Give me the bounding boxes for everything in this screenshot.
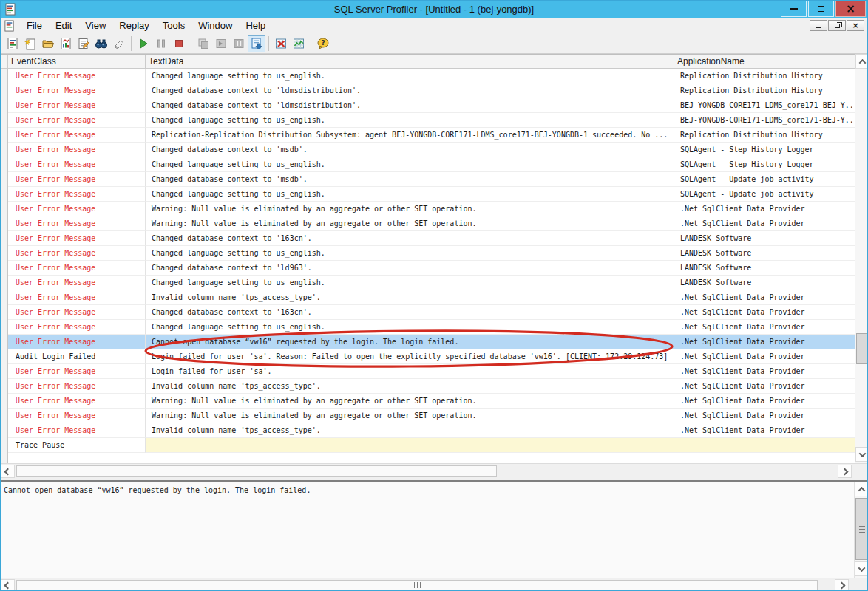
cell-eventclass[interactable]: User Error Message	[8, 409, 146, 423]
row-stub[interactable]	[1, 305, 8, 320]
table-row[interactable]: User Error Message Changed language sett…	[1, 187, 855, 202]
cell-textdata[interactable]: Changed language setting to us_english.	[146, 69, 674, 83]
cell-applicationname[interactable]: LANDESK Software	[674, 261, 855, 276]
cell-applicationname[interactable]: BEJ-YONGDB-CORE171-LDMS_core171-BEJ-Y...	[674, 113, 855, 128]
cell-textdata[interactable]: Changed database context to 'ld963'.	[146, 261, 674, 276]
menu-help[interactable]: Help	[239, 18, 272, 33]
column-header-applicationname[interactable]: ApplicationName	[674, 55, 855, 68]
table-row[interactable]: User Error Message Warning: Null value i…	[1, 409, 855, 423]
table-row[interactable]: User Error Message Invalid column name '…	[1, 379, 855, 394]
cell-textdata[interactable]: Invalid column name 'tps_access_type'.	[146, 290, 674, 305]
cell-eventclass[interactable]: User Error Message	[8, 320, 146, 335]
table-row[interactable]: User Error Message Changed database cont…	[1, 231, 855, 246]
menu-replay[interactable]: Replay	[112, 18, 155, 33]
row-stub[interactable]	[1, 290, 8, 305]
run-to-cursor-button[interactable]	[212, 35, 230, 52]
cell-applicationname[interactable]: BEJ-YONGDB-CORE171-LDMS_core171-BEJ-Y...	[674, 98, 855, 113]
scroll-right-button[interactable]	[835, 579, 849, 591]
clear-trace-button[interactable]	[110, 35, 128, 52]
table-row[interactable]: User Error Message Login failed for user…	[1, 364, 855, 379]
minimize-button[interactable]	[781, 1, 807, 17]
cell-eventclass[interactable]: User Error Message	[8, 128, 146, 143]
cell-textdata[interactable]	[146, 438, 674, 453]
menu-tools[interactable]: Tools	[156, 18, 191, 33]
cell-applicationname[interactable]: .Net SqlClient Data Provider	[674, 335, 855, 349]
step-button[interactable]	[194, 35, 212, 52]
table-row[interactable]: User Error Message Changed language sett…	[1, 69, 855, 83]
open-trace-button[interactable]	[39, 35, 57, 52]
table-row[interactable]: User Error Message Warning: Null value i…	[1, 202, 855, 216]
cell-eventclass[interactable]: User Error Message	[8, 394, 146, 409]
table-row[interactable]: User Error Message Changed database cont…	[1, 172, 855, 187]
cell-applicationname[interactable]: Replication Distribution History	[674, 128, 855, 143]
cell-textdata[interactable]: Changed language setting to us_english.	[146, 320, 674, 335]
cell-eventclass[interactable]: User Error Message	[8, 143, 146, 157]
close-button[interactable]: ×	[835, 1, 866, 17]
cell-eventclass[interactable]: User Error Message	[8, 113, 146, 128]
cell-eventclass[interactable]: User Error Message	[8, 157, 146, 172]
cell-textdata[interactable]: Changed database context to 'ldmsdistrib…	[146, 98, 674, 113]
table-row[interactable]: User Error Message Changed language sett…	[1, 320, 855, 335]
detail-vscroll-thumb[interactable]	[855, 498, 868, 560]
cell-applicationname[interactable]: SQLAgent - Step History Logger	[674, 143, 855, 157]
row-stub[interactable]	[1, 261, 8, 276]
cell-applicationname[interactable]: .Net SqlClient Data Provider	[674, 364, 855, 379]
row-stub[interactable]	[1, 216, 8, 231]
cell-textdata[interactable]: Login failed for user 'sa'.	[146, 364, 674, 379]
new-trace-button[interactable]	[4, 35, 21, 52]
cell-applicationname[interactable]: .Net SqlClient Data Provider	[674, 290, 855, 305]
row-stub[interactable]	[1, 187, 8, 202]
grid-horizontal-scrollbar[interactable]	[1, 463, 868, 478]
grid-vscroll-thumb[interactable]	[856, 333, 868, 364]
cell-textdata[interactable]: Warning: Null value is eliminated by an …	[146, 202, 674, 216]
table-row[interactable]: User Error Message Warning: Null value i…	[1, 394, 855, 409]
row-stub[interactable]	[1, 128, 8, 143]
row-stub[interactable]	[1, 364, 8, 379]
scroll-down-button[interactable]	[855, 561, 868, 576]
row-stub[interactable]	[1, 157, 8, 172]
table-row[interactable]: User Error Message Changed database cont…	[1, 83, 855, 98]
cell-applicationname[interactable]: LANDESK Software	[674, 276, 855, 290]
cell-eventclass[interactable]: User Error Message	[8, 69, 146, 83]
scroll-right-button[interactable]	[838, 465, 852, 478]
scroll-up-button[interactable]	[855, 54, 868, 69]
cell-textdata[interactable]: Changed language setting to us_english.	[146, 187, 674, 202]
row-stub[interactable]	[1, 438, 8, 453]
cell-textdata[interactable]: Changed language setting to us_english.	[146, 276, 674, 290]
cell-applicationname[interactable]: .Net SqlClient Data Provider	[674, 216, 855, 231]
cell-textdata[interactable]: Warning: Null value is eliminated by an …	[146, 409, 674, 423]
cell-eventclass[interactable]: User Error Message	[8, 172, 146, 187]
cell-applicationname[interactable]: .Net SqlClient Data Provider	[674, 379, 855, 394]
row-stub[interactable]	[1, 172, 8, 187]
detail-horizontal-scrollbar[interactable]	[1, 578, 868, 591]
table-row[interactable]: User Error Message Invalid column name '…	[1, 290, 855, 305]
table-row[interactable]: User Error Message Changed language sett…	[1, 246, 855, 261]
cell-applicationname[interactable]	[674, 438, 855, 453]
row-stub[interactable]	[1, 69, 8, 83]
cell-textdata[interactable]: Changed database context to 'ldmsdistrib…	[146, 83, 674, 98]
row-stub[interactable]	[1, 379, 8, 394]
menu-file[interactable]: File	[20, 18, 49, 33]
detail-hscroll-thumb[interactable]	[16, 580, 818, 590]
scroll-left-button[interactable]	[1, 465, 15, 478]
row-stub[interactable]	[1, 246, 8, 261]
column-header-eventclass[interactable]: EventClass	[8, 55, 146, 68]
mdi-minimize-button[interactable]	[810, 20, 827, 31]
row-stub[interactable]	[1, 409, 8, 423]
cell-applicationname[interactable]: SQLAgent - Update job activity	[674, 187, 855, 202]
menu-edit[interactable]: Edit	[49, 18, 78, 33]
help-button[interactable]: ?	[314, 35, 332, 52]
cell-eventclass[interactable]: User Error Message	[8, 423, 146, 438]
cell-eventclass[interactable]: User Error Message	[8, 187, 146, 202]
cell-textdata[interactable]: Changed database context to 'msdb'.	[146, 143, 674, 157]
row-stub[interactable]	[1, 320, 8, 335]
scroll-up-button[interactable]	[855, 482, 868, 496]
row-stub[interactable]	[1, 231, 8, 246]
mdi-restore-button[interactable]	[828, 20, 846, 31]
table-row[interactable]: User Error Message Changed language sett…	[1, 276, 855, 290]
table-row[interactable]: Audit Login Failed Login failed for user…	[1, 349, 855, 364]
cell-textdata[interactable]: Cannot open database “vw16” requested by…	[146, 335, 674, 349]
row-stub[interactable]	[1, 202, 8, 216]
cell-eventclass[interactable]: User Error Message	[8, 216, 146, 231]
cell-textdata[interactable]: Login failed for user 'sa'. Reason: Fail…	[146, 349, 674, 364]
